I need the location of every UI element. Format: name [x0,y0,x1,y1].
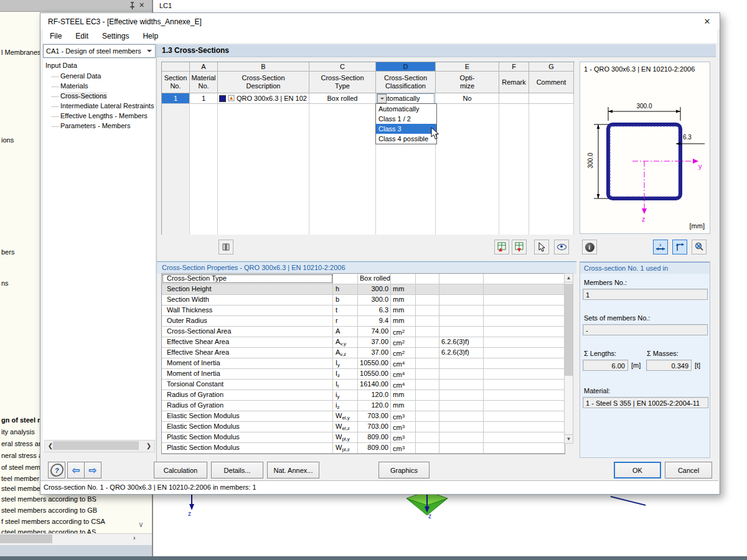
property-name[interactable]: Radius of Gyration [162,401,333,411]
property-name[interactable]: Elastic Section Modulus [162,422,333,432]
col-letter-F[interactable]: F [499,62,529,72]
cancel-button[interactable]: Cancel [665,462,712,478]
material-field[interactable]: 1 - Steel S 355 | EN 10025-2:2004-11 [583,397,708,408]
background-panel-hscrollbar-thumb[interactable] [0,534,52,543]
property-value[interactable]: 37.00 [358,348,391,358]
classification-cell[interactable]: Automatically [376,93,436,104]
property-name[interactable]: Moment of Inertia [162,358,333,368]
property-row[interactable]: Cross-Section TypeBox rolled [162,274,565,284]
details-button[interactable]: Details... [211,462,263,478]
section-number-cell[interactable]: 1 [162,93,190,104]
property-value[interactable]: 16140.00 [358,380,391,390]
property-name[interactable]: Wall Thickness [162,306,333,315]
property-name[interactable]: Section Width [162,295,333,305]
property-row[interactable]: Plastic Section ModulusWpl,y809.00cm3 [162,432,565,443]
property-name[interactable]: Radius of Gyration [162,390,333,400]
scroll-down-icon[interactable]: ∨ [138,520,144,529]
property-row[interactable]: Section Widthb300.0mm [162,295,565,306]
col-letter-blank[interactable] [162,62,190,72]
masses-field[interactable]: 0.349 [646,360,692,371]
property-row[interactable]: Radius of Gyrationiz120.0mm [162,401,565,411]
property-row[interactable]: Wall Thicknesst6.3mm [162,306,565,316]
toggle-dimensions-button[interactable]: x [653,240,668,254]
property-value[interactable]: 300.0 [358,284,391,294]
background-module-item[interactable]: ns [1,279,9,287]
background-module-item[interactable]: ions [1,136,14,144]
sidebar-item-parameters-members[interactable]: Parameters - Members [52,121,130,131]
material-number-cell[interactable]: 1 [190,93,218,104]
property-name[interactable]: Elastic Section Modulus [162,411,333,421]
property-row[interactable]: Torsional ConstantIt16140.00cm4 [162,380,565,390]
type-cell[interactable]: Box rolled [309,93,376,104]
property-name[interactable]: Torsional Constant [162,380,333,390]
sidebar-item-general-data[interactable]: General Data [52,71,101,81]
background-module-item[interactable]: f steel members according to CSA [1,518,105,525]
col-letter-C[interactable]: C [309,62,376,72]
background-module-item[interactable]: steel members according to BS [1,495,96,503]
sidebar-item-effective-lengths-members[interactable]: Effective Lengths - Members [52,111,148,121]
menu-settings[interactable]: Settings [95,29,136,43]
background-module-item[interactable]: neral stress ar [1,452,45,459]
property-value[interactable]: 74.00 [358,327,391,337]
property-row[interactable]: Outer Radiusr9.4mm [162,316,565,327]
property-row[interactable]: Radius of Gyrationiy120.0mm [162,390,565,401]
calculation-button[interactable]: Calculation [154,462,207,478]
next-table-button[interactable]: ⇨ [84,462,101,478]
dropdown-button[interactable] [377,94,387,103]
description-cell[interactable]: QRO 300x6.3 | EN 102 [218,93,309,104]
classification-select[interactable]: Automatically [377,93,435,104]
property-value[interactable]: Box rolled [358,274,391,284]
property-name[interactable]: Outer Radius [162,316,333,326]
property-name[interactable]: Cross-Section Type [162,274,333,284]
property-value[interactable]: 6.3 [358,306,391,315]
members-field[interactable]: 1 [583,289,708,300]
property-row[interactable]: Cross-Sectional AreaA74.00cm2 [162,327,565,337]
view-button[interactable] [554,240,569,254]
export-excel-button[interactable] [494,240,509,254]
menu-help[interactable]: Help [136,29,165,43]
property-value[interactable]: 37.00 [358,337,391,347]
property-value[interactable]: 703.00 [358,411,391,421]
background-module-item[interactable]: teel member [1,475,39,482]
property-value[interactable]: 10550.00 [358,369,391,379]
col-letter-E[interactable]: E [436,62,499,72]
dropdown-option-class-3[interactable]: Class 3 [376,124,436,134]
property-name[interactable]: Section Height [162,284,333,294]
background-module-item[interactable]: l Membranes [1,49,41,56]
property-row[interactable]: Moment of InertiaIy10550.00cm4 [162,358,565,369]
menu-edit[interactable]: Edit [68,29,95,43]
property-name[interactable]: Moment of Inertia [162,369,333,379]
dropdown-option-class-4-possible[interactable]: Class 4 possible [376,134,436,144]
optimize-cell[interactable]: No [436,93,499,104]
dialog-titlebar[interactable]: RF-STEEL EC3 - [Effective widths_Annexe_… [40,13,720,29]
import-excel-button[interactable] [512,240,527,254]
property-row[interactable]: Section Heighth300.0mm [162,284,565,295]
background-module-item[interactable]: steel members according to GB [1,506,97,514]
property-row[interactable]: Plastic Section ModulusWpl,z809.00cm3 [162,443,565,454]
background-module-item[interactable]: of steel mem [1,464,40,471]
scroll-right-icon[interactable]: › [133,534,143,544]
tree-root[interactable]: Input Data [45,60,77,70]
background-module-item[interactable]: bers [1,248,14,256]
property-value[interactable]: 120.0 [358,401,391,411]
sidebar-item-cross-sections[interactable]: Cross-Sections [52,91,107,101]
pin-icon[interactable] [129,2,136,10]
property-value[interactable]: 120.0 [358,390,391,400]
sets-field[interactable]: - [583,324,708,335]
property-name[interactable]: Plastic Section Modulus [162,443,333,453]
properties-vscrollbar-thumb[interactable] [565,284,573,376]
dropdown-option-automatically[interactable]: Automatically [376,104,436,114]
help-button[interactable]: ? [48,462,65,478]
property-value[interactable]: 809.00 [358,443,391,453]
scroll-right-icon[interactable]: ❯ [144,442,153,450]
property-value[interactable]: 809.00 [358,432,391,442]
close-icon[interactable]: ✕ [702,16,713,27]
scroll-down-icon[interactable]: ▼ [564,434,573,444]
property-row[interactable]: Effective Shear AreaAv,y37.00cm26.2.6(3)… [162,337,565,348]
background-module-item[interactable]: steel membe [1,485,40,492]
background-module-item[interactable]: gn of steel m [1,416,44,424]
property-name[interactable]: Cross-Sectional Area [162,327,333,337]
previous-table-button[interactable]: ⇦ [67,462,85,478]
toggle-dimension-lines-button[interactable] [672,240,687,254]
design-case-select[interactable]: CA1 - Design of steel members [43,44,156,58]
